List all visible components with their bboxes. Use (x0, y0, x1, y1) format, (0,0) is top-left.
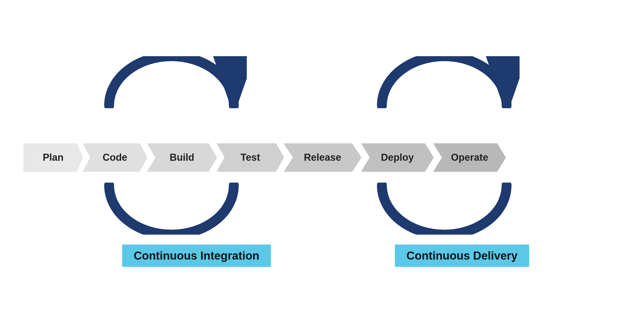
step-release-label: Release (304, 152, 341, 163)
arc-bottom-left (96, 183, 247, 236)
ci-label-text: Continuous Integration (134, 249, 260, 262)
pipeline-row: Plan Code Build Test Release (23, 143, 506, 172)
step-operate-label: Operate (451, 152, 488, 163)
step-code-label: Code (103, 152, 127, 163)
arc-top-right (369, 56, 520, 109)
step-deploy-label: Deploy (381, 152, 414, 163)
arc-top-left (96, 56, 247, 109)
step-test-label: Test (241, 152, 260, 163)
step-plan-label: Plan (43, 152, 63, 163)
diagram-container: Plan Code Build Test Release (23, 41, 621, 275)
arc-bottom-right (369, 183, 520, 236)
cd-label: Continuous Delivery (395, 245, 529, 267)
step-build-label: Build (170, 152, 194, 163)
cd-label-text: Continuous Delivery (407, 249, 518, 262)
ci-label: Continuous Integration (122, 245, 271, 267)
